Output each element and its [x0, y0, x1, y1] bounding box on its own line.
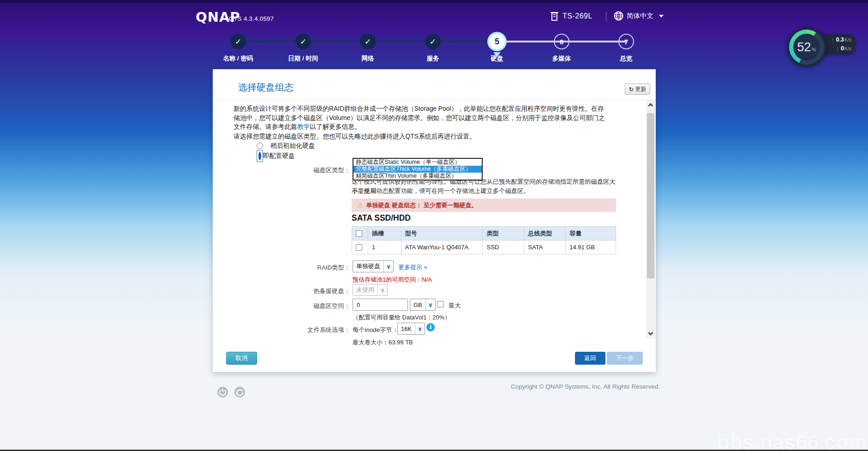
step-circle-name-password[interactable]	[230, 34, 246, 49]
disk-table: 插槽 型号 类型 总线类型 容量 1 ATA WanYou-1 Q0407A S…	[352, 226, 616, 254]
progress-percent-widget[interactable]: 52 %	[787, 27, 826, 67]
raid-select-chevron-icon: ∨	[383, 261, 393, 272]
inode-chevron-icon: ∨	[415, 323, 425, 334]
header-capacity: 容量	[566, 227, 616, 241]
raid-type-value: 单独硬盘	[353, 261, 383, 272]
watermark-text: bbs.nas66.com	[717, 431, 867, 451]
step-label-summary: 总览	[620, 54, 633, 63]
radio-config-now[interactable]: 立即配置硬盘	[257, 152, 295, 160]
language-selector[interactable]: 简体中文	[614, 11, 664, 21]
disk-config-panel: 选择硬盘组态 ↻ 更新 新的系统设计可将多个不同层级的RAID群组合并成一个存储…	[213, 69, 656, 372]
hot-spare-value: 未使用	[353, 284, 377, 295]
qts-version-label: QTS 4.3.4.0597	[229, 15, 274, 22]
radio-init-later-circle-icon[interactable]	[257, 143, 263, 149]
option-thin-volume[interactable]: 精简磁盘区Thin Volume（多重磁盘区）	[353, 173, 482, 180]
option-thick-volume[interactable]: 完整配置磁盘区Thick Volume（多重磁盘区）	[353, 166, 482, 173]
alloc-note: （配置可用容量给 DataVol1：20%）	[353, 313, 450, 322]
upload-unit: K/s	[844, 37, 851, 42]
next-button[interactable]: 下一步	[607, 352, 643, 365]
header-bus-type: 总线类型	[524, 227, 566, 241]
select-all-checkbox[interactable]	[356, 230, 362, 237]
row-checkbox[interactable]	[356, 244, 362, 251]
volume-type-label: 磁盘区类型：	[213, 166, 350, 174]
inode-select[interactable]: 16K ∨	[397, 323, 425, 335]
power-icon[interactable]	[217, 386, 228, 398]
download-arrow-icon: ↓	[836, 45, 839, 52]
option-static-volume[interactable]: 静态磁盘区Static Volume（单一磁盘区）	[353, 159, 482, 166]
choose-type-paragraph: 请选择您需建立的磁盘区类型。您也可以先略过此步骤待进入QTS系统后再进行设置。	[233, 132, 607, 141]
header-divider	[213, 100, 656, 100]
space-unit-select[interactable]: GB ∨	[410, 299, 436, 311]
percent-sign: %	[812, 47, 816, 52]
max-label: 最大	[449, 301, 461, 310]
cell-capacity: 14.91 GB	[566, 241, 616, 254]
copyright-text: Copyright © QNAP Systems, Inc. All Right…	[475, 383, 660, 390]
warning-text: 单独硬盘 硬盘组态： 至少需要一颗硬盘。	[366, 201, 478, 210]
raid-type-label: RAID类型：	[213, 264, 350, 272]
scroll-down-button[interactable]	[646, 329, 655, 338]
row-select-cell	[352, 241, 368, 254]
scroll-up-icon	[648, 103, 653, 108]
volume-type-listbox[interactable]: 静态磁盘区Static Volume（单一磁盘区） 完整配置磁盘区Thick V…	[353, 158, 483, 180]
warning-banner: ⚠ 单独硬盘 硬盘组态： 至少需要一颗硬盘。	[352, 198, 616, 212]
type-desc-line2: 不需使用动态配置功能，便可在同一个存储池上建立多个磁盘区。	[352, 186, 619, 196]
header-slot: 插槽	[368, 227, 401, 241]
max-checkbox[interactable]	[437, 301, 443, 307]
disk-table-row[interactable]: 1 ATA WanYou-1 Q0407A SSD SATA 14.91 GB	[352, 241, 616, 254]
page-title: 选择硬盘组态	[238, 81, 293, 94]
footer-actions	[217, 386, 245, 398]
cell-slot: 1	[368, 241, 401, 254]
qts-setup-screen: QNAP QTS 4.3.4.0597 TS-269L 简体中文 ↑ 0.3 K…	[0, 0, 868, 451]
step-circle-multimedia[interactable]: 6	[554, 34, 569, 49]
refresh-button[interactable]: ↻ 更新	[625, 84, 650, 95]
scroll-down-icon	[648, 330, 653, 335]
radio-init-later-label: 稍后初始化硬盘	[270, 142, 315, 150]
max-volume-note: 最大卷大小：63.99 TB	[353, 338, 413, 347]
cancel-button[interactable]: 取消	[226, 352, 257, 365]
language-label: 简体中文	[627, 12, 653, 20]
step-circle-date-time[interactable]	[295, 34, 311, 49]
step-circle-summary[interactable]: 7	[618, 34, 634, 49]
restart-icon[interactable]	[234, 386, 245, 398]
download-value: 0	[841, 45, 844, 52]
pool-estimate-note: 预估存储池1的可用空间：N/A	[353, 276, 432, 284]
step-label-disk: 硬盘	[491, 54, 503, 63]
nas-device-icon	[550, 11, 559, 21]
step-circle-disk[interactable]: 5	[489, 34, 505, 49]
scroll-up-button[interactable]	[646, 100, 655, 109]
filesystem-options-label: 文件系统选项：	[213, 326, 350, 334]
hot-spare-select: 未使用 ∨	[353, 284, 388, 296]
raid-type-select[interactable]: 单独硬盘 ∨	[353, 260, 394, 272]
header-select-all-cell	[352, 227, 368, 241]
upload-arrow-icon: ↑	[831, 36, 834, 43]
upload-speed-row: ↑ 0.3 K/s	[828, 36, 851, 44]
tutorial-link[interactable]: 教学	[297, 123, 310, 130]
inode-label: 每个inode字节：	[353, 326, 398, 334]
hot-spare-chevron-icon: ∨	[377, 284, 387, 295]
info-icon[interactable]: i	[426, 323, 435, 331]
hot-spare-label: 热备援硬盘：	[213, 287, 350, 295]
cell-type: SSD	[483, 241, 524, 254]
header-model: 型号	[401, 227, 483, 241]
radio-config-now-circle-icon[interactable]	[257, 150, 263, 162]
step-circle-network[interactable]	[360, 34, 376, 49]
percent-value: 52	[797, 40, 811, 54]
cell-model: ATA WanYou-1 Q0407A	[401, 241, 483, 254]
space-unit-value: GB	[410, 299, 425, 310]
download-speed-row: ↓ 0 K/s	[828, 44, 851, 53]
step-label-multimedia: 多媒体	[552, 54, 571, 63]
more-tips-link[interactable]: 更多提示 »	[398, 263, 427, 271]
volume-space-input[interactable]	[353, 299, 408, 311]
chevron-down-icon	[659, 15, 664, 18]
radio-init-later[interactable]: 稍后初始化硬盘	[257, 142, 315, 150]
device-info: TS-269L	[550, 11, 593, 21]
panel-scrollbar[interactable]	[646, 100, 655, 338]
scrollbar-thumb[interactable]	[647, 113, 654, 278]
intro-paragraph: 新的系统设计可将多个不同层级的RAID群组合并成一个存储池（Storage Po…	[233, 104, 607, 132]
back-button[interactable]: 返回	[575, 352, 605, 365]
volume-space-label: 磁盘区空间：	[213, 302, 350, 310]
download-unit: K/s	[844, 46, 851, 51]
warning-icon: ⚠	[357, 202, 363, 209]
cell-bus-type: SATA	[524, 241, 566, 254]
step-circle-services[interactable]	[425, 34, 441, 49]
